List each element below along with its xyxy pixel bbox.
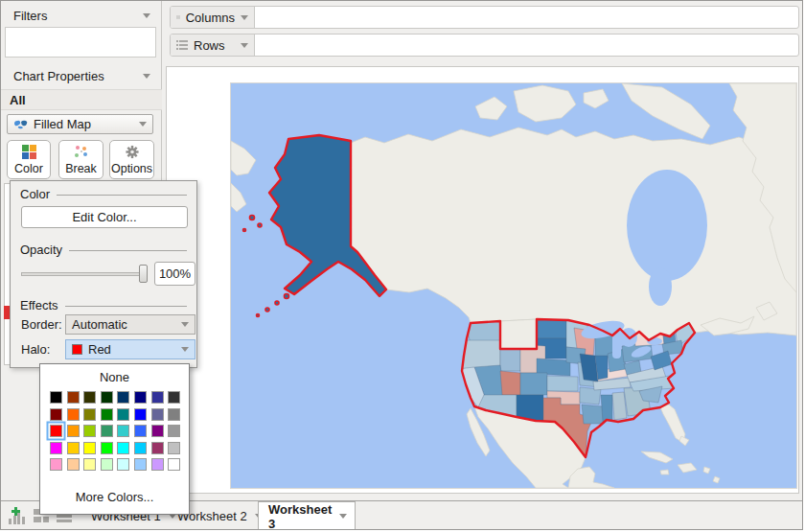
break-button[interactable]: Break — [58, 140, 104, 179]
color-swatch-#993300[interactable] — [67, 391, 80, 404]
color-swatch-#008000[interactable] — [101, 408, 113, 421]
state-colorado[interactable] — [520, 373, 547, 395]
color-swatch-#000000[interactable] — [50, 391, 62, 404]
new-worksheet-icon[interactable] — [9, 508, 28, 524]
chevron-down-icon[interactable] — [241, 43, 248, 48]
color-swatch-#99ccff[interactable] — [134, 458, 147, 471]
halo-dropdown[interactable]: Red — [65, 339, 196, 359]
color-swatch-#3366ff[interactable] — [134, 425, 147, 437]
color-swatch-#ccffff[interactable] — [117, 458, 129, 471]
color-swatch-#ffcc99[interactable] — [67, 458, 80, 471]
color-swatch-#99cc00[interactable] — [83, 425, 96, 437]
island-dot — [265, 308, 269, 312]
filters-title: Filters — [13, 9, 143, 23]
color-swatch-#cc99ff[interactable] — [151, 458, 164, 471]
rows-drop-area[interactable] — [255, 35, 798, 56]
map-frame — [230, 82, 797, 489]
break-dots-icon — [73, 145, 89, 159]
rows-shelf-cap[interactable]: Rows — [171, 35, 255, 56]
chevron-down-icon[interactable] — [241, 15, 248, 20]
color-swatch-#333333[interactable] — [168, 391, 180, 404]
color-swatch-#333399[interactable] — [151, 391, 164, 404]
more-colors-option[interactable]: More Colors... — [40, 490, 189, 504]
color-swatch-#999999[interactable] — [168, 425, 180, 437]
columns-shelf-cap[interactable]: Columns — [171, 7, 255, 28]
color-swatch-#00ff00[interactable] — [101, 442, 113, 454]
chevron-down-icon — [181, 347, 189, 352]
color-swatch-#000080[interactable] — [134, 391, 147, 404]
color-swatch-#ff0000[interactable] — [50, 425, 62, 437]
chart-type-dropdown[interactable]: Filled Map — [7, 114, 153, 134]
color-swatch-#ff9900[interactable] — [67, 425, 80, 437]
edit-color-button[interactable]: Edit Color... — [21, 206, 188, 228]
opacity-slider-handle[interactable] — [139, 265, 148, 283]
worksheet-canvas — [166, 66, 799, 494]
filters-panel-header[interactable]: Filters — [5, 5, 156, 26]
color-none-option[interactable]: None — [40, 370, 189, 384]
app-window: Filters Chart Properties All Filled Map … — [0, 0, 803, 530]
color-swatch-#ffff99[interactable] — [83, 458, 96, 471]
chevron-down-icon[interactable] — [143, 13, 150, 18]
color-swatch-#ffff00[interactable] — [83, 442, 96, 454]
gear-icon — [125, 145, 140, 159]
color-swatch-#666699[interactable] — [151, 408, 164, 421]
island-dot — [275, 301, 279, 305]
border-dropdown[interactable]: Automatic — [65, 314, 196, 335]
rows-label: Rows — [194, 38, 235, 53]
island-dot — [285, 294, 289, 299]
color-swatch-#808000[interactable] — [83, 408, 96, 421]
color-swatch-#003300[interactable] — [101, 391, 113, 404]
state-utah[interactable] — [500, 371, 520, 395]
color-swatch-#ff00ff[interactable] — [50, 442, 62, 454]
columns-shelf[interactable]: Columns — [170, 6, 799, 29]
columns-drop-area[interactable] — [255, 7, 798, 28]
color-swatch-#333300[interactable] — [83, 391, 96, 404]
hudson-bay — [627, 170, 707, 281]
james-bay — [649, 267, 672, 306]
tab-worksheet-3[interactable]: Worksheet 3 — [258, 501, 356, 530]
color-section-label: Color — [20, 187, 50, 201]
color-swatch-#800000[interactable] — [50, 408, 62, 421]
color-swatch-#008080[interactable] — [117, 408, 129, 421]
opacity-value-box[interactable]: 100% — [154, 262, 196, 286]
color-swatch-#33cccc[interactable] — [117, 425, 129, 437]
state-kansas[interactable] — [547, 376, 578, 391]
island-dot — [257, 314, 260, 317]
scope-row-all[interactable]: All — [1, 89, 162, 110]
effects-section-label: Effects — [20, 298, 58, 312]
chart-properties-header[interactable]: Chart Properties — [5, 65, 156, 86]
chevron-down-icon — [139, 122, 147, 127]
border-value: Automatic — [72, 317, 175, 332]
color-swatch-#00ffff[interactable] — [117, 442, 129, 454]
color-button[interactable]: Color — [7, 140, 51, 179]
filters-shelf-empty[interactable] — [5, 27, 156, 58]
color-swatch-#ff99cc[interactable] — [50, 458, 62, 471]
color-swatch-#003366[interactable] — [117, 391, 129, 404]
island-dot — [243, 229, 246, 232]
color-swatch-#339966[interactable] — [101, 425, 113, 437]
montana-unfilled — [500, 319, 537, 349]
island-dot — [258, 223, 262, 227]
chevron-down-icon[interactable] — [339, 514, 347, 519]
options-button[interactable]: Options — [109, 140, 154, 179]
color-swatch-grid — [50, 391, 180, 471]
color-swatch-#ff6600[interactable] — [67, 408, 80, 421]
color-swatch-#ffffff[interactable] — [168, 458, 180, 471]
chart-properties-title: Chart Properties — [13, 69, 143, 83]
color-swatch-#ccffcc[interactable] — [101, 458, 113, 471]
filled-map-view[interactable] — [231, 83, 796, 488]
color-swatch-#ffcc00[interactable] — [67, 442, 80, 454]
chart-type-value: Filled Map — [34, 117, 134, 131]
color-swatch-#0000ff[interactable] — [134, 408, 147, 421]
color-swatch-#808080[interactable] — [168, 408, 180, 421]
rows-icon — [176, 39, 188, 51]
color-swatch-#993366[interactable] — [151, 442, 164, 454]
rows-shelf[interactable]: Rows — [170, 34, 799, 57]
color-swatch-#c0c0c0[interactable] — [168, 442, 180, 454]
filled-map-icon — [13, 119, 29, 130]
halo-label: Halo: — [21, 342, 50, 357]
chevron-down-icon[interactable] — [143, 74, 150, 79]
color-swatch-#800080[interactable] — [151, 425, 164, 437]
color-swatch-#00ccff[interactable] — [134, 442, 147, 454]
opacity-slider-track[interactable] — [21, 272, 148, 276]
